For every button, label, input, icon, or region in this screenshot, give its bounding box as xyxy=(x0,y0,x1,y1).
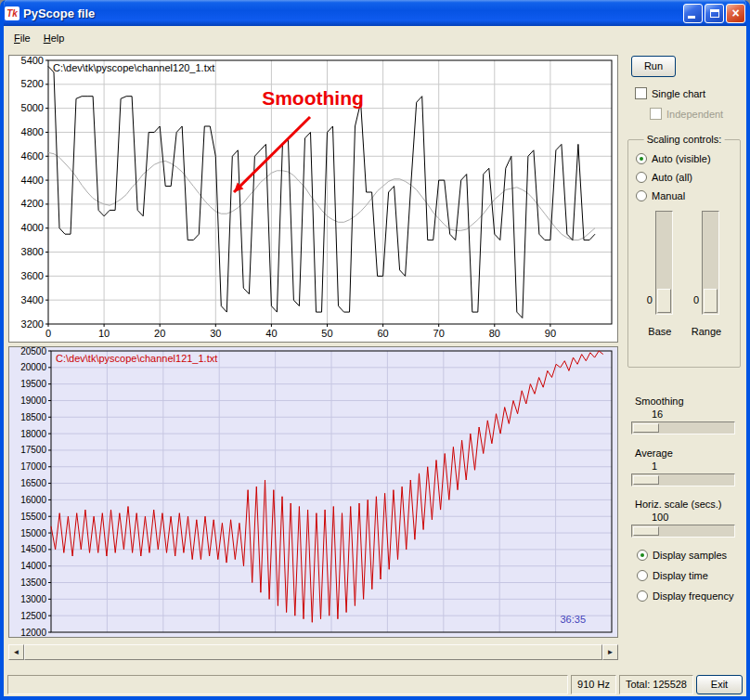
average-label: Average xyxy=(635,447,739,459)
svg-text:C:\dev\tk\pyscope\channel121_1: C:\dev\tk\pyscope\channel121_1.txt xyxy=(56,353,217,364)
svg-text:4200: 4200 xyxy=(21,198,44,209)
svg-text:15000: 15000 xyxy=(20,528,46,538)
svg-text:15500: 15500 xyxy=(20,512,46,522)
app-window: Tk PyScope file × File Help 320034003600… xyxy=(0,0,750,700)
svg-text:70: 70 xyxy=(433,328,445,339)
range-slider-group: 0 Range xyxy=(692,211,721,337)
base-slider-label: Base xyxy=(648,326,671,337)
radio-display-frequency-icon[interactable] xyxy=(637,590,648,602)
status-spacer-panel xyxy=(7,675,568,694)
svg-text:18000: 18000 xyxy=(20,429,46,439)
svg-text:19000: 19000 xyxy=(20,395,46,406)
svg-text:16000: 16000 xyxy=(20,495,46,505)
svg-text:3400: 3400 xyxy=(21,294,44,305)
radio-display-samples-label: Display samples xyxy=(653,550,727,561)
svg-text:80: 80 xyxy=(489,328,500,339)
total-samples-status: Total: 125528 xyxy=(619,675,693,694)
svg-text:17500: 17500 xyxy=(20,445,46,455)
radio-auto-visible-icon[interactable] xyxy=(636,153,647,164)
app-icon: Tk xyxy=(5,6,19,20)
maximize-icon xyxy=(710,9,719,18)
range-slider-label: Range xyxy=(692,326,721,337)
svg-text:90: 90 xyxy=(545,328,556,339)
radio-display-frequency-label: Display frequency xyxy=(653,590,733,602)
svg-text:13500: 13500 xyxy=(20,577,46,588)
average-slider-thumb[interactable] xyxy=(633,475,659,485)
exit-button[interactable]: Exit xyxy=(696,675,743,694)
svg-text:18500: 18500 xyxy=(20,412,46,422)
range-slider-thumb[interactable] xyxy=(704,289,718,313)
svg-text:4400: 4400 xyxy=(21,175,44,186)
scaling-controls-title: Scaling controls: xyxy=(644,134,725,145)
hscale-slider-thumb[interactable] xyxy=(633,526,659,536)
svg-text:5200: 5200 xyxy=(21,78,44,89)
radio-display-frequency[interactable]: Display frequency xyxy=(637,590,746,602)
hscale-slider[interactable] xyxy=(631,525,735,538)
smoothing-slider-thumb[interactable] xyxy=(633,423,659,433)
svg-text:4000: 4000 xyxy=(21,222,44,233)
scrollbar-thumb[interactable] xyxy=(24,644,602,660)
radio-display-samples-icon[interactable] xyxy=(637,550,648,561)
svg-text:16500: 16500 xyxy=(20,478,46,488)
radio-manual[interactable]: Manual xyxy=(636,190,740,201)
radio-display-time[interactable]: Display time xyxy=(637,570,746,581)
svg-text:14000: 14000 xyxy=(20,561,46,571)
svg-text:0: 0 xyxy=(45,328,51,339)
hscale-label: Horiz. scale (secs.) xyxy=(635,499,739,510)
svg-text:36:35: 36:35 xyxy=(560,614,586,625)
radio-auto-visible-label: Auto (visible) xyxy=(652,153,711,164)
scroll-right-arrow-icon[interactable]: ► xyxy=(602,644,618,660)
single-chart-checkbox[interactable] xyxy=(635,87,647,99)
range-slider[interactable] xyxy=(702,211,719,315)
independent-checkbox xyxy=(650,108,662,120)
window-title: PyScope file xyxy=(23,6,681,20)
average-slider[interactable] xyxy=(631,473,735,486)
close-button[interactable]: × xyxy=(726,4,745,23)
base-slider-value: 0 xyxy=(647,294,653,305)
radio-display-samples[interactable]: Display samples xyxy=(637,550,746,561)
minimize-button[interactable] xyxy=(683,4,703,23)
radio-auto-visible[interactable]: Auto (visible) xyxy=(636,153,740,164)
top-chart: 3200340036003800400042004400460048005000… xyxy=(8,55,618,343)
hscale-control: Horiz. scale (secs.) 100 xyxy=(631,499,739,538)
radio-manual-icon[interactable] xyxy=(636,190,647,201)
single-chart-label: Single chart xyxy=(652,88,705,99)
radio-auto-all-icon[interactable] xyxy=(636,172,647,183)
menu-bar: File Help xyxy=(4,26,746,50)
single-chart-checkbox-row[interactable]: Single chart xyxy=(635,87,705,99)
smoothing-slider[interactable] xyxy=(631,421,735,434)
close-icon: × xyxy=(731,6,739,19)
radio-manual-label: Manual xyxy=(652,190,685,201)
svg-text:Smoothing: Smoothing xyxy=(262,87,364,109)
scroll-left-arrow-icon[interactable]: ◄ xyxy=(8,644,24,660)
base-slider[interactable] xyxy=(655,211,673,315)
bottom-chart: 1200012500130001350014000145001500015500… xyxy=(8,346,618,638)
svg-text:60: 60 xyxy=(377,328,388,339)
menu-file[interactable]: File xyxy=(7,29,37,47)
smoothing-control: Smoothing 16 xyxy=(631,395,739,434)
svg-text:20500: 20500 xyxy=(20,346,46,356)
independent-checkbox-row: Independent xyxy=(650,108,723,120)
menu-help[interactable]: Help xyxy=(37,29,71,47)
maximize-button[interactable] xyxy=(705,4,724,23)
svg-text:20: 20 xyxy=(154,328,165,339)
average-value: 1 xyxy=(652,460,739,472)
smoothing-label: Smoothing xyxy=(635,395,739,407)
scaling-controls-group: Scaling controls: Auto (visible) Auto (a… xyxy=(627,139,741,368)
radio-auto-all[interactable]: Auto (all) xyxy=(636,172,740,183)
svg-text:50: 50 xyxy=(321,328,332,339)
average-control: Average 1 xyxy=(631,447,739,486)
radio-display-time-label: Display time xyxy=(653,570,708,581)
base-slider-thumb[interactable] xyxy=(657,289,671,313)
svg-text:3600: 3600 xyxy=(21,270,44,281)
main-area: 3200340036003800400042004400460048005000… xyxy=(4,50,746,672)
radio-display-time-icon[interactable] xyxy=(637,570,648,581)
svg-text:19500: 19500 xyxy=(20,379,46,389)
base-range-sliders: 0 Base 0 Range xyxy=(628,211,740,337)
svg-text:12500: 12500 xyxy=(20,611,46,621)
run-button[interactable]: Run xyxy=(631,56,676,77)
smoothing-value: 16 xyxy=(652,408,739,420)
svg-text:40: 40 xyxy=(265,328,277,339)
range-slider-value: 0 xyxy=(693,294,699,305)
svg-text:4600: 4600 xyxy=(21,150,44,162)
